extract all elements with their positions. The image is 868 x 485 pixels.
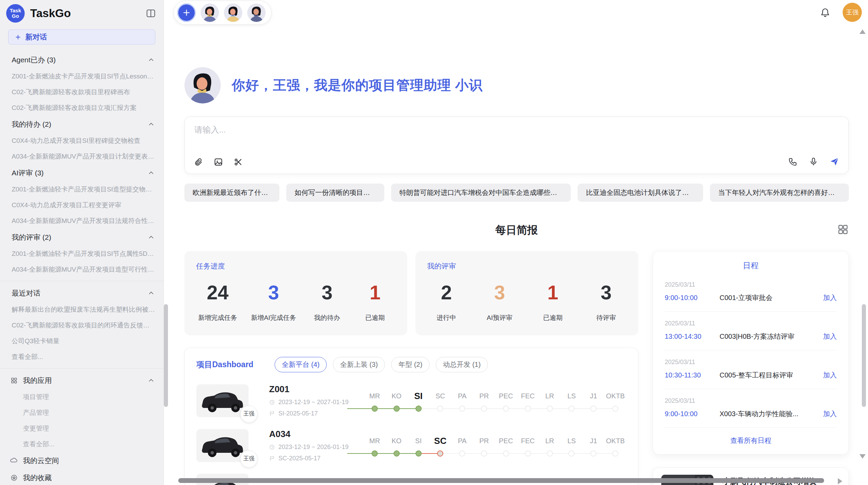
sidebar-nav: Agent已办 (3)Z001-全新燃油皮卡产品开发项目SI节点Lesson L… (0, 47, 164, 485)
send-icon[interactable] (829, 157, 840, 167)
milestone-dot (612, 406, 618, 412)
milestone-dot (437, 450, 443, 457)
vertical-scrollbar-thumb[interactable] (164, 304, 168, 407)
sidebar-item[interactable]: C02-飞腾新能源轻客改款项目里程碑画布 (0, 84, 164, 100)
dashboard-filter-pill[interactable]: 动总开发 (1) (436, 357, 488, 372)
dashboard-filter-pill[interactable]: 年型 (2) (391, 357, 430, 372)
app-subitem[interactable]: 查看全部... (0, 436, 164, 452)
chevron-up-icon[interactable] (148, 121, 155, 128)
dashboard-filter-pill[interactable]: 全新上装 (3) (333, 357, 385, 372)
schedule-date: 2025/03/11 (665, 281, 837, 288)
sidebar-item[interactable]: C0X4-动力总成开发项目SI里程碑提交物检查 (0, 133, 164, 149)
schedule-time: 13:00-14:30 (665, 333, 716, 340)
sidebar-my-apps[interactable]: 我的应用 (0, 372, 164, 389)
suggestion-chip[interactable]: 特朗普可能对进口汽车增税会对中国车企造成哪些影响 (391, 184, 571, 202)
stat-value: 1 (536, 281, 570, 304)
new-chat-button[interactable]: 新对话 (8, 29, 155, 45)
scissors-icon[interactable] (233, 157, 243, 167)
schedule-line: 13:00-14:30C003|H0B-方案冻结评审加入 (665, 332, 837, 341)
suggestion-chip[interactable]: 欧洲新规最近颁布了什么? (184, 184, 279, 202)
layout-grid-icon[interactable] (837, 224, 849, 235)
milestone-label: PA (451, 390, 473, 402)
sidebar-item[interactable]: Z001-全新燃油皮卡产品开发项目SI节点Lesson Learn报告 (0, 69, 164, 84)
chevron-up-icon[interactable] (148, 290, 155, 297)
stat-value: 3 (589, 281, 623, 304)
horizontal-scrollbar-thumb[interactable] (178, 478, 824, 483)
schedule-name: C001-立项审批会 (720, 293, 818, 302)
sidebar-item[interactable]: A034-全新新能源MUV产品开发项目法规符合性评审 (0, 213, 164, 229)
image-icon[interactable] (214, 157, 223, 167)
stat: 1已逾期 (536, 281, 570, 322)
stat: 24新增完成任务 (198, 281, 237, 322)
new-chat-label: 新对话 (25, 32, 47, 42)
milestone-label: SC (429, 390, 451, 402)
sidebar-item[interactable]: A034-全新新能源MUV产品开发项目计划变更表编写 (0, 149, 164, 164)
milestone-label: PR (473, 435, 495, 447)
chevron-up-icon[interactable] (148, 234, 155, 241)
milestone-label: PEC (495, 390, 517, 402)
recent-conversation-item[interactable]: 解释最新出台的欧盟报废车法规再生塑料比例被调至15%... (0, 302, 164, 318)
phone-icon[interactable] (788, 157, 798, 166)
suggestion-chip[interactable]: 如何写一份清晰的项目周报 (286, 184, 384, 202)
sidebar-link-cloud[interactable]: 我的云空间 (0, 452, 164, 469)
dashboard-filters: 全新平台 (4)全新上装 (3)年型 (2)动总开发 (1) (275, 357, 488, 372)
chat-input[interactable] (194, 124, 646, 145)
agent-avatar-3[interactable] (247, 3, 266, 22)
join-link[interactable]: 加入 (823, 409, 837, 419)
scrollbar-down-arrow[interactable] (859, 454, 866, 459)
user-avatar[interactable]: 王强 (843, 3, 862, 22)
app-subitem[interactable]: 变更管理 (0, 421, 164, 436)
stat-label: 新增完成任务 (198, 313, 237, 322)
briefing-header: 每日简报 (184, 223, 849, 237)
scrollbar-right-arrow[interactable] (838, 478, 842, 484)
add-agent-button[interactable] (177, 3, 196, 22)
scrollbar-up-arrow[interactable] (859, 29, 866, 34)
chevron-up-icon[interactable] (148, 170, 155, 176)
join-link[interactable]: 加入 (823, 332, 837, 341)
agent-avatar-2[interactable] (224, 3, 242, 22)
join-link[interactable]: 加入 (823, 293, 837, 302)
view-all-schedule-link[interactable]: 查看所有日程 (665, 428, 837, 447)
sidebar-item[interactable]: A034-全新新能源MUV产品开发项目造型可行性评审 (0, 262, 164, 277)
agent-avatar-1[interactable] (201, 3, 219, 22)
sidebar-item[interactable]: C0X4-动力总成开发项目工程变更评审 (0, 197, 164, 213)
sidebar-section-header: 我的待办 (2) (0, 116, 164, 133)
input-tools-left (194, 157, 243, 167)
join-link[interactable]: 加入 (823, 371, 837, 380)
dashboard-title: 项目Dashboard (196, 359, 253, 370)
chevron-up-icon[interactable] (148, 57, 155, 63)
recent-conversation-item[interactable]: 公司Q3轻卡销量 (0, 333, 164, 349)
schedule-date: 2025/03/11 (665, 359, 837, 366)
milestone-dot (590, 450, 596, 457)
milestone-label: J1 (582, 390, 604, 402)
project-dates-text: 2023-12-19 ~ 2027-01-19 (278, 399, 349, 406)
sidebar-section-title: 我的待办 (2) (12, 120, 51, 129)
vertical-scrollbar-thumb[interactable] (862, 304, 866, 407)
app-subitem[interactable]: 项目管理 (0, 389, 164, 405)
notification-bell-icon[interactable] (820, 8, 830, 18)
star-icon (10, 474, 18, 482)
chat-input-card (184, 116, 849, 174)
app-subitem[interactable]: 产品管理 (0, 405, 164, 421)
sidebar-link-star[interactable]: 我的收藏 (0, 469, 164, 485)
stat-label: 进行中 (429, 313, 463, 322)
topbar: 王强 (164, 0, 868, 26)
project-flag-text: SI-2025-05-17 (278, 410, 318, 417)
dashboard-filter-pill[interactable]: 全新平台 (4) (275, 357, 327, 372)
milestone-label: SI (408, 390, 430, 402)
sidebar-item[interactable]: Z001-全新燃油轻卡产品开发项目SI造型提交物评审 (0, 182, 164, 197)
sidebar-collapse-icon[interactable] (146, 8, 156, 18)
sidebar-item[interactable]: C02-飞腾新能源轻客改款项目立项汇报方案 (0, 100, 164, 116)
sidebar-item[interactable]: Z001-全新燃油轻卡产品开发项目SI节点属性5D文件评审 (0, 246, 164, 262)
recent-conversation-item[interactable]: 查看全部... (0, 349, 164, 365)
milestone-track: MRKOSISCPAPRPECFECLRLSJ1OKTB (364, 390, 626, 412)
stat-label: 已逾期 (536, 313, 570, 322)
suggestion-chip[interactable]: 当下年轻人对汽车外观有怎样的喜好趋势 (710, 184, 849, 202)
logo-text-top: Task (10, 8, 21, 13)
mic-icon[interactable] (809, 157, 818, 166)
attachment-icon[interactable] (194, 157, 203, 167)
chevron-up-icon[interactable] (148, 377, 155, 384)
plus-icon (15, 34, 21, 40)
recent-conversation-item[interactable]: C02-飞腾新能源轻客改款项目的闭环通告反馈情况 (0, 318, 164, 333)
suggestion-chip[interactable]: 比亚迪全固态电池计划具体说了什么 (578, 184, 703, 202)
